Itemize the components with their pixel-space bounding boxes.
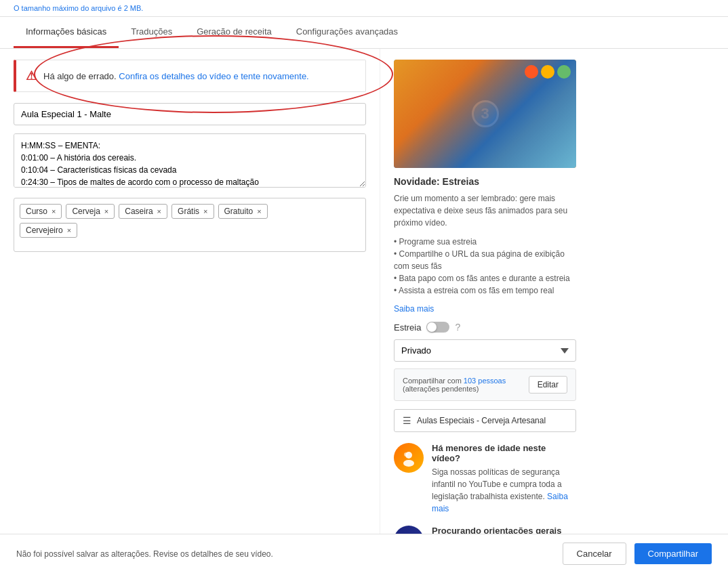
tag-label: Curso: [26, 207, 47, 216]
minors-title: Há menores de idade neste vídeo?: [432, 443, 576, 463]
svg-point-1: [403, 460, 414, 467]
bottom-bar: Não foi possível salvar as alterações. R…: [0, 534, 728, 573]
estreia-toggle[interactable]: [426, 322, 449, 333]
tag-label: Grátis: [178, 207, 199, 216]
cancel-button[interactable]: Cancelar: [563, 543, 626, 565]
tabs-list: Informações básicas Traduções Geração de…: [14, 17, 714, 48]
tag-label: Cervejeiro: [26, 226, 63, 235]
tag-cerveja: Cerveja ×: [66, 204, 115, 219]
share-info-sub: (alterações pendentes): [403, 385, 506, 393]
minors-text: Há menores de idade neste vídeo? Siga no…: [432, 443, 576, 515]
error-banner: ⚠ Há algo de errado. Confira os detalhes…: [14, 60, 366, 92]
title-input[interactable]: [14, 103, 366, 125]
edit-button[interactable]: Editar: [529, 376, 567, 394]
tags-row-1: Curso × Cerveja × Caseira × Grátis ×: [20, 204, 360, 219]
tag-curso: Curso ×: [20, 204, 62, 219]
tag-remove-gratuito[interactable]: ×: [257, 207, 261, 215]
share-button[interactable]: Compartilhar: [634, 543, 712, 564]
minors-body: Siga nossas políticas de segurança infan…: [432, 466, 576, 515]
top-note: O tamanho máximo do arquivo é 2 MB.: [0, 0, 728, 17]
minors-section: Há menores de idade neste vídeo? Siga no…: [394, 443, 576, 515]
saiba-mais-link-1[interactable]: Saiba mais: [394, 304, 434, 314]
tag-remove-gratis[interactable]: ×: [203, 207, 207, 215]
left-panel: ⚠ Há algo de errado. Confira os detalhes…: [0, 49, 380, 573]
playlist-icon: ☰: [403, 415, 411, 426]
tag-cervejeiro: Cervejeiro ×: [20, 223, 77, 238]
tag-label: Cerveja: [72, 207, 100, 216]
tab-geracao-receita[interactable]: Geração de receita: [184, 17, 284, 48]
thumbnail: 3: [394, 60, 576, 168]
error-icon: ⚠: [26, 68, 37, 83]
tags-row-2: Cervejeiro ×: [20, 223, 360, 238]
visibility-dropdown[interactable]: Privado Público Não listado: [394, 339, 576, 362]
tag-remove-cerveja[interactable]: ×: [104, 207, 108, 215]
estreia-label: Estreia: [394, 322, 421, 333]
estreia-row: Estreia ?: [394, 322, 576, 333]
share-info-main: Compartilhar com 103 pessoas: [403, 377, 506, 385]
novelty-body: Crie um momento a ser lembrado: gere mai…: [394, 192, 576, 229]
svg-point-2: [404, 452, 408, 457]
novelty-title: Novidade: Estreias: [394, 176, 576, 187]
tab-configuracoes-avancadas[interactable]: Configurações avançadas: [284, 17, 410, 48]
tabs-bar: Informações básicas Traduções Geração de…: [0, 17, 728, 49]
novelty-bullets: • Programe sua estreia • Compartilhe o U…: [394, 236, 576, 297]
tag-remove-caseira[interactable]: ×: [157, 207, 161, 215]
share-info-text: Compartilhar com 103 pessoas: [403, 377, 506, 385]
playlist-row[interactable]: ☰ Aulas Especiais - Cerveja Artesanal: [394, 409, 576, 432]
tab-informacoes-basicas[interactable]: Informações básicas: [14, 17, 119, 48]
tags-container: Curso × Cerveja × Caseira × Grátis ×: [14, 198, 366, 252]
bottom-error-text: Não foi possível salvar as alterações. R…: [16, 549, 554, 559]
description-textarea[interactable]: H:MM:SS – EMENTA: 0:01:00 – A história d…: [14, 133, 366, 188]
tag-gratuito: Gratuito ×: [218, 204, 268, 219]
share-count-link[interactable]: 103 pessoas: [464, 377, 506, 385]
tag-label: Caseira: [125, 207, 153, 216]
error-link[interactable]: Confira os detalhes do vídeo e tente nov…: [119, 71, 308, 81]
share-info-box: Compartilhar com 103 pessoas (alterações…: [394, 368, 576, 401]
right-panel: 3 Novidade: Estreias Crie um momento a s…: [380, 49, 590, 573]
error-message-text: Há algo de errado. Confira os detalhes d…: [43, 71, 309, 81]
tag-remove-cervejeiro[interactable]: ×: [67, 226, 71, 234]
tag-gratis: Grátis ×: [171, 204, 214, 219]
main-content: ⚠ Há algo de errado. Confira os detalhes…: [0, 49, 728, 573]
minors-avatar: [394, 443, 424, 473]
tag-remove-curso[interactable]: ×: [52, 207, 56, 215]
help-icon[interactable]: ?: [455, 322, 460, 333]
tag-label: Gratuito: [224, 207, 254, 216]
tab-traducoes[interactable]: Traduções: [119, 17, 184, 48]
playlist-label: Aulas Especiais - Cerveja Artesanal: [417, 416, 546, 425]
tag-caseira: Caseira ×: [119, 204, 167, 219]
